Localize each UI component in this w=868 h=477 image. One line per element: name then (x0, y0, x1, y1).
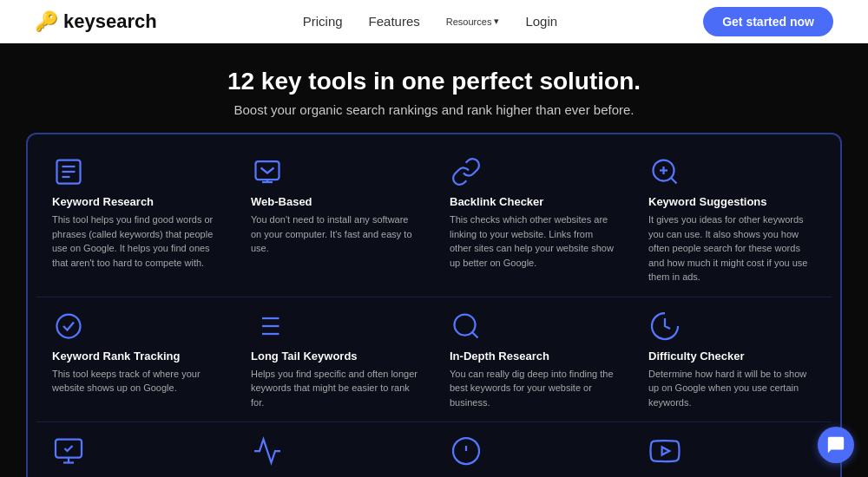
backlink-checker-icon (450, 155, 483, 188)
difficulty-checker-desc: Determine how hard it will be to show up… (648, 367, 816, 410)
webpage-audit-analyzer-icon (52, 435, 85, 467)
tool-item-webpage-audit-analyzer: Webpage Audit Analyzer It checks your we… (36, 422, 235, 477)
svg-point-10 (57, 314, 81, 337)
logo-icon: 🔑 (35, 10, 58, 33)
main-nav: Pricing Features Resources ▾ Login (303, 14, 557, 29)
tool-item-keyword-rank-tracking: Keyword Rank Tracking This tool keeps tr… (36, 297, 235, 423)
svg-line-7 (671, 178, 677, 184)
in-depth-research-name: In-Depth Research (450, 350, 617, 363)
keyword-suggestions-name: Keyword Suggestions (648, 195, 816, 208)
get-started-button[interactable]: Get started now (703, 7, 833, 36)
difficulty-checker-icon (648, 310, 681, 343)
svg-rect-4 (256, 161, 279, 180)
youtube-research-icon (648, 435, 681, 467)
bulk-difficulty-checker-icon (450, 435, 483, 467)
backlink-checker-name: Backlink Checker (450, 195, 617, 208)
long-tail-keywords-icon (251, 310, 284, 343)
difficulty-checker-name: Difficulty Checker (648, 350, 816, 363)
logo[interactable]: 🔑 keysearch (35, 10, 157, 33)
keyword-rank-tracking-name: Keyword Rank Tracking (52, 350, 220, 363)
svg-marker-25 (662, 447, 670, 454)
svg-line-18 (472, 331, 478, 337)
header: 🔑 keysearch Pricing Features Resources ▾… (0, 0, 868, 43)
tool-item-difficulty-checker: Difficulty Checker Determine how hard it… (633, 297, 832, 423)
logo-text: keysearch (63, 10, 157, 33)
tools-grid: Keyword Research This tool helps you fin… (36, 143, 832, 477)
tool-item-in-depth-research: In-Depth Research You can really dig dee… (434, 297, 633, 423)
tool-item-web-based: Web-Based You don't need to install any … (235, 143, 434, 297)
web-based-name: Web-Based (251, 195, 418, 208)
chat-button[interactable] (818, 427, 854, 463)
keyword-research-icon (52, 155, 85, 188)
nav-resources[interactable]: Resources ▾ (446, 16, 500, 27)
web-based-icon (251, 155, 284, 188)
svg-point-17 (455, 314, 476, 335)
keyword-research-name: Keyword Research (52, 195, 220, 208)
long-tail-keywords-name: Long Tail Keywords (251, 350, 418, 363)
hero-section: 12 key tools in one perfect solution. Bo… (0, 43, 868, 133)
tool-item-keyword-suggestions: Keyword Suggestions It gives you ideas f… (633, 143, 832, 297)
nav-pricing[interactable]: Pricing (303, 14, 343, 29)
tool-item-bulk-difficulty-checker: Bulk Difficulty Checker You can check ho… (434, 422, 633, 477)
chat-icon (826, 435, 845, 454)
nav-features[interactable]: Features (369, 14, 420, 29)
hero-headline-suffix: in one perfect solution. (366, 68, 641, 95)
long-tail-keywords-desc: Helps you find specific and often longer… (251, 367, 418, 410)
competitive-analysis-icon (251, 435, 284, 467)
hero-headline-bold: 12 key tools (227, 68, 366, 95)
keyword-research-desc: This tool helps you find good words or p… (52, 212, 220, 270)
in-depth-research-desc: You can really dig deep into finding the… (450, 367, 617, 410)
nav-login[interactable]: Login (525, 14, 557, 29)
keyword-suggestions-icon (648, 155, 681, 188)
backlink-checker-desc: This checks which other websites are lin… (450, 212, 617, 270)
tool-item-keyword-research: Keyword Research This tool helps you fin… (36, 143, 235, 297)
keyword-rank-tracking-desc: This tool keeps track of where your webs… (52, 367, 220, 395)
chevron-down-icon: ▾ (494, 16, 499, 27)
keyword-suggestions-desc: It gives you ideas for other keywords yo… (648, 212, 816, 284)
tools-container: Keyword Research This tool helps you fin… (26, 133, 842, 477)
tool-item-long-tail-keywords: Long Tail Keywords Helps you find specif… (235, 297, 434, 423)
web-based-desc: You don't need to install any software o… (251, 212, 418, 256)
in-depth-research-icon (450, 310, 483, 343)
tool-item-competitive-analysis: Competitive Analysis This helps you unde… (235, 422, 434, 477)
hero-headline: 12 key tools in one perfect solution. (17, 68, 851, 95)
tool-item-backlink-checker: Backlink Checker This checks which other… (434, 143, 633, 297)
hero-subheadline: Boost your organic search rankings and r… (17, 102, 851, 117)
keyword-rank-tracking-icon (52, 310, 85, 343)
tool-item-youtube-research: YouTube Research It helps you find good … (633, 422, 832, 477)
